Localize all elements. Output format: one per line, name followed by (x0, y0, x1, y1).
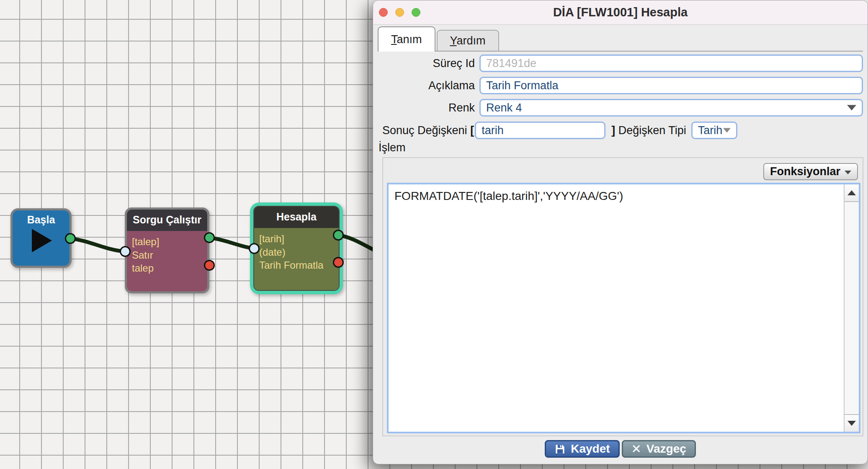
hesapla-dialog: DİA [FLW1001] Hesapla Tanım Yardım Süreç… (373, 0, 868, 464)
connector-sorgu-in[interactable] (120, 246, 131, 257)
tab-bar: Tanım Yardım (378, 26, 863, 52)
connector-hesapla-out-ok[interactable] (333, 230, 344, 241)
degisken-tipi-select[interactable]: Tarih (691, 122, 737, 139)
node-sorgu-calistir[interactable]: Sorgu Çalıştır [talep] Satır talep (125, 207, 209, 293)
fonksiyonlar-button-label: Fonksiyonlar (770, 165, 840, 178)
node-hesapla-body: [tarih] (date) Tarih Formatla (254, 228, 339, 290)
scroll-up-button[interactable] (845, 184, 859, 202)
tab-tanim[interactable]: Tanım (378, 26, 435, 52)
node-sorgu-line: Satır (132, 249, 202, 262)
tab-tanim-label: Tanım (391, 33, 422, 46)
degisken-tipi-value: Tarih (698, 124, 723, 137)
fonksiyonlar-button[interactable]: Fonksiyonlar (763, 163, 858, 180)
islem-groupbox: Fonksiyonlar FORMATDATE('[talep.tarih]',… (382, 157, 863, 436)
traffic-lights (379, 8, 420, 17)
node-basla-title: Başla (13, 214, 70, 226)
node-hesapla-line: [tarih] (259, 232, 334, 246)
surec-id-label: Süreç Id (378, 57, 479, 70)
tab-yardim[interactable]: Yardım (437, 30, 499, 51)
connector-hesapla-out-error[interactable] (333, 257, 344, 268)
arrow-up-icon (847, 190, 856, 195)
aciklama-input[interactable] (479, 77, 863, 94)
edge-sorgu-to-hesapla[interactable] (209, 238, 254, 249)
dialog-titlebar[interactable]: DİA [FLW1001] Hesapla (373, 0, 868, 25)
vertical-scrollbar[interactable] (844, 184, 859, 432)
connector-sorgu-out-ok[interactable] (204, 232, 215, 243)
renk-select-value: Renk 4 (486, 101, 522, 114)
save-button-label: Kaydet (571, 442, 610, 456)
dialog-title: DİA [FLW1001] Hesapla (553, 5, 688, 19)
sonuc-degiskeni-input[interactable] (475, 122, 605, 139)
node-basla[interactable]: Başla (10, 208, 72, 268)
node-hesapla-line: (date) (259, 246, 334, 259)
renk-row: Renk Renk 4 (378, 99, 863, 117)
surec-id-row: Süreç Id (378, 54, 863, 72)
node-hesapla-title: Hesapla (254, 207, 339, 228)
bracket-close: ] (611, 124, 615, 137)
renk-select[interactable]: Renk 4 (479, 99, 863, 117)
close-x-icon: ✕ (631, 443, 641, 455)
node-hesapla-line: Tarih Formatla (259, 259, 334, 272)
connector-basla-out[interactable] (65, 233, 76, 244)
edge-basla-to-sorgu[interactable] (70, 238, 125, 251)
screen: Başla Sorgu Çalıştır [talep] Satır talep… (0, 0, 868, 469)
surec-id-input[interactable] (479, 54, 863, 72)
chevron-down-icon (723, 128, 731, 133)
islem-label: İşlem (379, 141, 406, 154)
degisken-tipi-label: Değişken Tipi (618, 124, 686, 137)
chevron-down-icon (847, 105, 856, 111)
tab-yardim-label: Yardım (450, 34, 486, 47)
close-icon[interactable] (379, 8, 388, 17)
bracket-open: [ (470, 124, 474, 137)
cancel-button-label: Vazgeç (646, 442, 686, 456)
node-sorgu-line: [talep] (132, 235, 202, 249)
renk-label: Renk (378, 101, 479, 114)
edge-hesapla-out[interactable] (338, 235, 378, 252)
chevron-down-icon (845, 171, 851, 174)
sonuc-degiskeni-label: Sonuç Değişkeni (382, 124, 467, 137)
node-sorgu-body: [talep] Satır talep (127, 231, 207, 291)
play-icon (32, 229, 52, 252)
cancel-button[interactable]: ✕ Vazgeç (622, 440, 696, 458)
save-icon (554, 443, 566, 455)
node-sorgu-title: Sorgu Çalıştır (127, 210, 207, 231)
node-hesapla[interactable]: Hesapla [tarih] (date) Tarih Formatla (253, 206, 340, 291)
node-hesapla-selection-ring: Hesapla [tarih] (date) Tarih Formatla (250, 202, 343, 294)
formula-editor[interactable]: FORMATDATE('[talep.tarih]','YYYY/AA/GG') (387, 183, 860, 433)
minimize-icon[interactable] (395, 8, 404, 17)
connector-hesapla-in[interactable] (249, 243, 260, 254)
dialog-button-bar: Kaydet ✕ Vazgeç (373, 440, 868, 458)
aciklama-row: Açıklama (378, 77, 863, 94)
connector-sorgu-out-error[interactable] (204, 260, 215, 271)
save-button[interactable]: Kaydet (545, 440, 619, 458)
sonuc-degiskeni-row: Sonuç Değişkeni [ ] Değişken Tipi Tarih (382, 122, 863, 139)
aciklama-label: Açıklama (378, 79, 479, 92)
arrow-down-icon (847, 421, 856, 426)
formula-text: FORMATDATE('[talep.tarih]','YYYY/AA/GG') (394, 189, 835, 204)
scroll-down-button[interactable] (845, 414, 859, 432)
maximize-icon[interactable] (412, 8, 420, 17)
node-sorgu-line: talep (132, 262, 202, 275)
